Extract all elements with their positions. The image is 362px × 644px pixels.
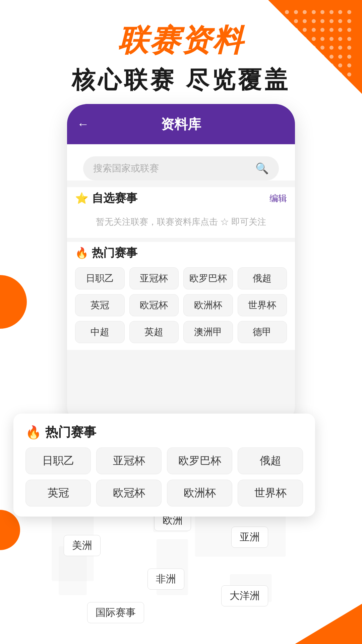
edit-button[interactable]: 编辑 <box>269 193 287 204</box>
star-icon: ⭐ <box>75 192 88 205</box>
fire-icon: 🔥 <box>75 247 88 259</box>
phone-mockup: ← 资料库 搜索国家或联赛 🔍 ⭐ 自选赛事 编辑 暂无关注联赛，联赛资料库点击… <box>67 104 295 426</box>
region-button[interactable]: 美洲 <box>64 535 101 556</box>
divider-1 <box>67 238 295 242</box>
floating-hot-events-card: 🔥 热门赛事 日职乙亚冠杯欧罗巴杯俄超英冠欧冠杯欧洲杯世界杯 <box>13 414 315 517</box>
hot-event-tag[interactable]: 英冠 <box>75 294 125 316</box>
region-button[interactable]: 大洋洲 <box>221 585 268 606</box>
search-placeholder: 搜索国家或联赛 <box>93 162 255 175</box>
self-select-title: 自选赛事 <box>92 191 137 206</box>
hot-event-tag[interactable]: 德甲 <box>238 321 287 343</box>
hot-event-tag[interactable]: 亚冠杯 <box>129 267 179 289</box>
hot-event-tag[interactable]: 俄超 <box>238 267 287 289</box>
hot-event-tag[interactable]: 中超 <box>75 321 125 343</box>
card-hot-event-tag[interactable]: 欧洲杯 <box>167 480 232 506</box>
card-hot-title: 热门赛事 <box>45 424 96 441</box>
empty-text: 暂无关注联赛，联赛资料库点击 ☆ 即可关注 <box>75 209 287 234</box>
card-hot-event-tag[interactable]: 日职乙 <box>25 447 91 474</box>
hot-event-tag[interactable]: 欧洲杯 <box>183 294 233 316</box>
hot-event-tag[interactable]: 澳洲甲 <box>183 321 233 343</box>
hot-events-section: 🔥 热门赛事 日职乙亚冠杯欧罗巴杯俄超英冠欧冠杯欧洲杯世界杯中超英超澳洲甲德甲 <box>67 242 295 350</box>
search-icon: 🔍 <box>255 162 269 175</box>
sub-title: 核心联赛 尽览覆盖 <box>0 64 362 96</box>
region-button[interactable]: 国际赛事 <box>87 602 144 623</box>
main-title: 联赛资料 <box>0 20 362 61</box>
card-hot-event-tag[interactable]: 亚冠杯 <box>96 447 162 474</box>
header-area: 联赛资料 核心联赛 尽览覆盖 <box>0 0 362 96</box>
hot-events-title: 热门赛事 <box>92 245 137 261</box>
card-fire-icon: 🔥 <box>25 425 41 440</box>
card-hot-event-tag[interactable]: 俄超 <box>238 447 303 474</box>
hot-event-tag[interactable]: 日职乙 <box>75 267 125 289</box>
card-hot-event-tag[interactable]: 欧罗巴杯 <box>167 447 232 474</box>
hot-event-tag[interactable]: 欧罗巴杯 <box>183 267 233 289</box>
region-button[interactable]: 亚洲 <box>231 527 268 548</box>
self-select-section: ⭐ 自选赛事 编辑 暂无关注联赛，联赛资料库点击 ☆ 即可关注 <box>67 187 295 238</box>
hot-event-tag[interactable]: 英超 <box>129 321 179 343</box>
card-hot-event-tag[interactable]: 英冠 <box>25 480 91 506</box>
card-hot-event-tag[interactable]: 世界杯 <box>238 480 303 506</box>
card-hot-event-tag[interactable]: 欧冠杯 <box>96 480 162 506</box>
hot-event-tag[interactable]: 欧冠杯 <box>129 294 179 316</box>
card-tag-grid: 日职乙亚冠杯欧罗巴杯俄超英冠欧冠杯欧洲杯世界杯 <box>25 447 303 506</box>
app-header: ← 资料库 <box>67 104 295 144</box>
hot-events-grid: 日职乙亚冠杯欧罗巴杯俄超英冠欧冠杯欧洲杯世界杯中超英超澳洲甲德甲 <box>75 264 287 346</box>
corner-decoration-left-mid <box>0 275 27 329</box>
hot-event-tag[interactable]: 世界杯 <box>238 294 287 316</box>
search-bar[interactable]: 搜索国家或联赛 🔍 <box>83 156 279 180</box>
region-button[interactable]: 非洲 <box>147 569 184 590</box>
back-button[interactable]: ← <box>77 117 89 131</box>
app-title: 资料库 <box>161 115 201 133</box>
